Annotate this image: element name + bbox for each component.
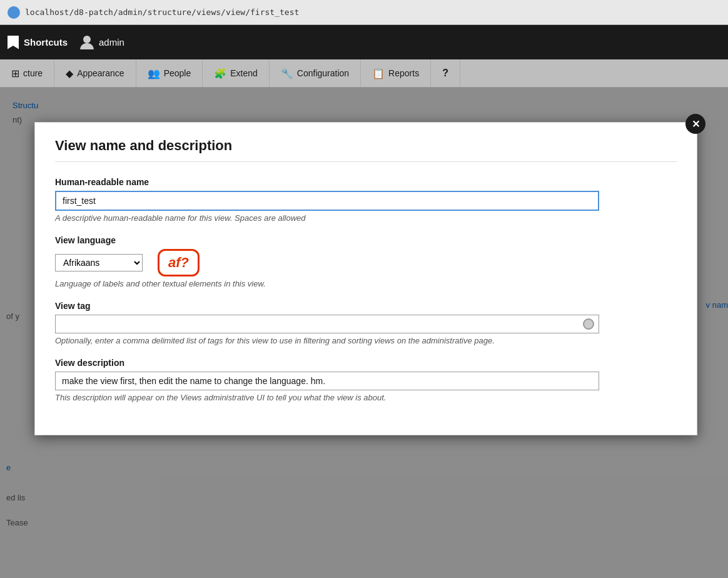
- nav-item-appearance[interactable]: ◆ Appearance: [54, 59, 136, 87]
- modal-dialog: ✕ View name and description Human-readab…: [34, 122, 697, 435]
- view-description-help: This description will appear on the View…: [55, 393, 677, 402]
- modal-title: View name and description: [55, 138, 677, 162]
- reports-icon: 📋: [372, 68, 385, 79]
- view-tag-input-wrapper: [55, 315, 599, 333]
- view-tag-input[interactable]: [55, 315, 599, 333]
- nav-item-structure[interactable]: ⊞ cture: [0, 59, 54, 87]
- view-tag-help: Optionally, enter a comma delimited list…: [55, 336, 677, 345]
- nav-item-help[interactable]: ?: [431, 59, 460, 87]
- help-label: ?: [442, 68, 448, 79]
- nav-config-label: Configuration: [297, 68, 349, 78]
- admin-toolbar: Shortcuts admin: [0, 25, 728, 59]
- nav-item-configuration[interactable]: 🔧 Configuration: [270, 59, 361, 87]
- nav-people-label: People: [164, 68, 191, 78]
- view-tag-group: View tag Optionally, enter a comma delim…: [55, 301, 677, 345]
- nav-reports-label: Reports: [388, 68, 419, 78]
- human-name-label: Human-readable name: [55, 177, 677, 187]
- modal-close-button[interactable]: ✕: [685, 114, 705, 134]
- af-badge: af?: [158, 249, 200, 276]
- nav-item-reports[interactable]: 📋 Reports: [361, 59, 431, 87]
- view-language-help: Language of labels and other textual ele…: [55, 279, 677, 288]
- human-name-group: Human-readable name A descriptive human-…: [55, 177, 677, 223]
- browser-url: localhost/d8-patch/admin/structure/views…: [25, 8, 299, 17]
- view-description-group: View description This description will a…: [55, 358, 677, 402]
- structure-icon: ⊞: [11, 68, 19, 79]
- view-description-input[interactable]: [55, 372, 599, 390]
- admin-label: admin: [99, 37, 124, 48]
- bookmark-icon: [8, 36, 19, 49]
- browser-icon: [8, 6, 20, 19]
- shortcuts-label: Shortcuts: [24, 37, 68, 48]
- people-icon: 👥: [148, 68, 160, 79]
- view-tag-label: View tag: [55, 301, 677, 311]
- view-language-label: View language: [55, 235, 677, 245]
- language-select-col: Afrikaans English French German Spanish: [55, 254, 143, 271]
- person-icon: [80, 36, 94, 49]
- human-name-help: A descriptive human-readable name for th…: [55, 213, 677, 223]
- browser-bar: localhost/d8-patch/admin/structure/views…: [0, 0, 728, 25]
- appearance-icon: ◆: [66, 68, 73, 79]
- shortcuts-button[interactable]: Shortcuts: [8, 36, 68, 49]
- nav-item-extend[interactable]: 🧩 Extend: [203, 59, 270, 87]
- extend-icon: 🧩: [214, 68, 226, 79]
- nav-extend-label: Extend: [230, 68, 258, 78]
- nav-appearance-label: Appearance: [77, 68, 124, 78]
- view-description-label: View description: [55, 358, 677, 368]
- nav-item-people[interactable]: 👥 People: [136, 59, 203, 87]
- view-language-row: Afrikaans English French German Spanish …: [55, 249, 677, 276]
- view-language-select[interactable]: Afrikaans English French German Spanish: [55, 254, 143, 271]
- human-name-input[interactable]: [55, 191, 599, 211]
- config-icon: 🔧: [281, 68, 293, 79]
- admin-user-button[interactable]: admin: [80, 36, 124, 49]
- nav-bar: ⊞ cture ◆ Appearance 👥 People 🧩 Extend 🔧…: [0, 59, 728, 88]
- tag-input-icon: [583, 318, 594, 330]
- nav-structure-label: cture: [23, 68, 43, 78]
- view-language-group: View language Afrikaans English French G…: [55, 235, 677, 288]
